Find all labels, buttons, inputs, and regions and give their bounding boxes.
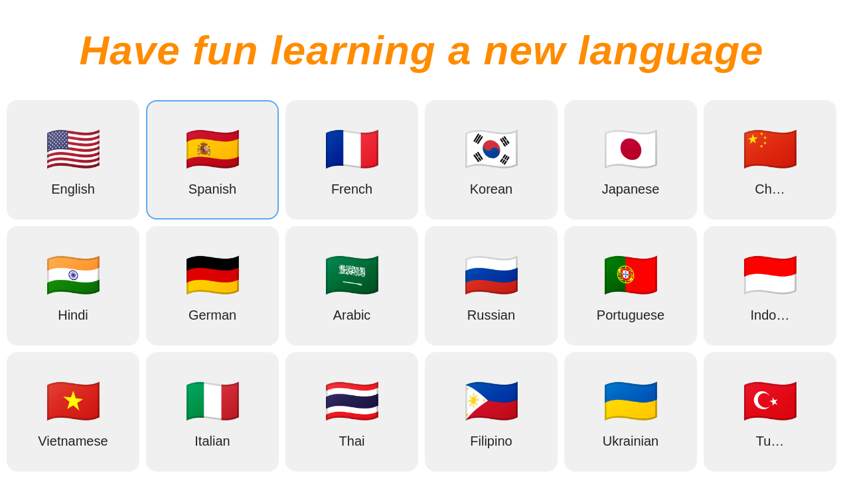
flag-italian: 🇮🇹	[185, 378, 241, 423]
language-label-german: German	[189, 308, 236, 323]
flag-portuguese: 🇵🇹	[603, 252, 659, 297]
language-label-hindi: Hindi	[58, 308, 88, 323]
flag-thai: 🇹🇭	[324, 378, 380, 423]
language-label-ukrainian: Ukrainian	[603, 434, 658, 449]
flag-chinese: 🇨🇳	[742, 126, 799, 171]
language-card-french[interactable]: 🇫🇷French	[285, 100, 418, 220]
language-label-filipino: Filipino	[470, 434, 512, 449]
flag-russian: 🇷🇺	[463, 252, 520, 297]
language-label-thai: Thai	[339, 434, 365, 449]
language-card-turkish[interactable]: 🇹🇷Tu…	[704, 352, 836, 472]
language-label-japanese: Japanese	[602, 182, 660, 197]
language-label-english: English	[51, 182, 95, 197]
flag-ukrainian: 🇺🇦	[603, 378, 659, 423]
language-card-italian[interactable]: 🇮🇹Italian	[146, 352, 279, 472]
language-label-spanish: Spanish	[189, 182, 236, 197]
language-card-spanish[interactable]: 🇪🇸Spanish	[146, 100, 279, 220]
language-card-arabic[interactable]: 🇸🇦Arabic	[285, 226, 418, 346]
flag-arabic: 🇸🇦	[324, 252, 380, 297]
language-card-portuguese[interactable]: 🇵🇹Portuguese	[564, 226, 697, 346]
language-label-indonesian: Indo…	[751, 308, 790, 323]
language-card-korean[interactable]: 🇰🇷Korean	[425, 100, 558, 220]
language-card-thai[interactable]: 🇹🇭Thai	[285, 352, 418, 472]
flag-french: 🇫🇷	[324, 126, 380, 171]
flag-turkish: 🇹🇷	[742, 378, 799, 423]
language-label-arabic: Arabic	[333, 308, 371, 323]
language-card-filipino[interactable]: 🇵🇭Filipino	[425, 352, 558, 472]
flag-indonesian: 🇮🇩	[742, 252, 799, 297]
language-label-vietnamese: Vietnamese	[38, 434, 108, 449]
language-grid: 🇺🇸English🇪🇸Spanish🇫🇷French🇰🇷Korean🇯🇵Japa…	[0, 94, 843, 478]
language-label-italian: Italian	[194, 434, 230, 449]
language-card-hindi[interactable]: 🇮🇳Hindi	[7, 226, 139, 346]
language-label-portuguese: Portuguese	[597, 308, 664, 323]
language-label-russian: Russian	[467, 308, 515, 323]
flag-spanish: 🇪🇸	[185, 126, 241, 171]
language-label-turkish: Tu…	[756, 434, 785, 449]
language-label-chinese: Ch…	[755, 182, 785, 197]
flag-japanese: 🇯🇵	[603, 126, 659, 171]
flag-english: 🇺🇸	[45, 126, 102, 171]
language-card-japanese[interactable]: 🇯🇵Japanese	[564, 100, 697, 220]
flag-german: 🇩🇪	[185, 252, 241, 297]
flag-vietnamese: 🇻🇳	[45, 378, 102, 423]
language-label-french: French	[331, 182, 372, 197]
page-title: Have fun learning a new language	[13, 27, 830, 74]
language-card-german[interactable]: 🇩🇪German	[146, 226, 279, 346]
language-card-vietnamese[interactable]: 🇻🇳Vietnamese	[7, 352, 139, 472]
language-card-chinese[interactable]: 🇨🇳Ch…	[704, 100, 836, 220]
flag-korean: 🇰🇷	[463, 126, 520, 171]
flag-hindi: 🇮🇳	[45, 252, 102, 297]
header: Have fun learning a new language	[0, 0, 843, 94]
language-card-indonesian[interactable]: 🇮🇩Indo…	[704, 226, 836, 346]
language-card-english[interactable]: 🇺🇸English	[7, 100, 139, 220]
language-card-russian[interactable]: 🇷🇺Russian	[425, 226, 558, 346]
language-label-korean: Korean	[470, 182, 513, 197]
flag-filipino: 🇵🇭	[463, 378, 520, 423]
language-card-ukrainian[interactable]: 🇺🇦Ukrainian	[564, 352, 697, 472]
